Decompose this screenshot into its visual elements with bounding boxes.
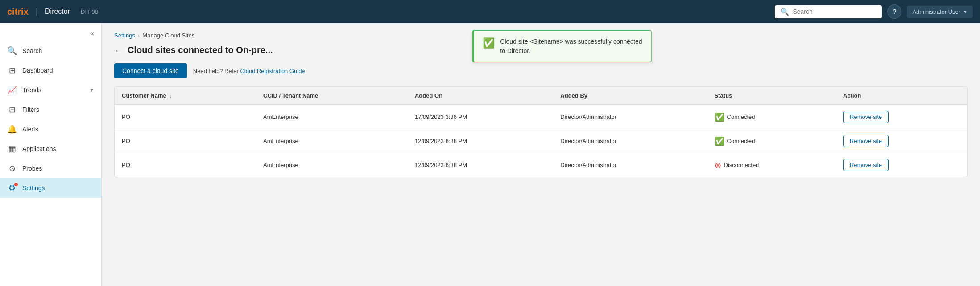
table-header-row: Customer Name ↓ CCID / Tenant Name Added…: [115, 87, 967, 105]
help-text: Need help? Refer Cloud Registration Guid…: [193, 68, 305, 74]
help-prefix: Need help? Refer: [193, 68, 239, 74]
col-added-on: Added On: [408, 87, 553, 105]
cell-customer-1: PO: [115, 129, 256, 153]
nav-subtitle: DIT-98: [81, 8, 98, 15]
col-customer-name: Customer Name ↓: [115, 87, 256, 105]
remove-site-button-0[interactable]: Remove site: [843, 111, 889, 123]
col-ccid: CCID / Tenant Name: [256, 87, 408, 105]
col-added-by: Added By: [553, 87, 707, 105]
success-toast: ✅ Cloud site <Sitename> was successfully…: [472, 30, 651, 62]
sidebar-item-alerts[interactable]: 🔔 Alerts: [0, 119, 101, 139]
cell-action-0: Remove site: [836, 105, 967, 129]
sidebar: « 🔍 Search ⊞ Dashboard 📈 Trends ▼ ⊟ Filt…: [0, 0, 102, 286]
cell-status-2: ⊗ Disconnected: [707, 153, 836, 177]
col-action: Action: [836, 87, 967, 105]
cell-added-on-0: 17/09/2023 3:36 PM: [408, 105, 553, 129]
nav-divider: |: [36, 7, 38, 17]
sidebar-label-probes: Probes: [22, 165, 94, 172]
sidebar-item-applications[interactable]: ▦ Applications: [0, 139, 101, 159]
cell-ccid-1: AmEnterprise: [256, 129, 408, 153]
cell-customer-2: PO: [115, 153, 256, 177]
cell-added-on-2: 12/09/2023 6:38 PM: [408, 153, 553, 177]
help-button[interactable]: ?: [887, 4, 901, 19]
sidebar-item-trends[interactable]: 📈 Trends ▼: [0, 80, 101, 100]
cell-action-2: Remove site: [836, 153, 967, 177]
global-search-input[interactable]: [793, 8, 877, 15]
page-title: Cloud sites connected to On-pre...: [128, 45, 273, 55]
app-title: Director: [45, 8, 70, 16]
status-label-2: Disconnected: [724, 162, 759, 168]
cell-added-by-0: Director/Administrator: [553, 105, 707, 129]
probes-icon: ⊛: [7, 163, 17, 173]
sidebar-label-filters: Filters: [22, 106, 94, 113]
cell-ccid-0: AmEnterprise: [256, 105, 408, 129]
connected-icon: ✅: [715, 136, 724, 146]
cell-added-on-1: 12/09/2023 6:38 PM: [408, 129, 553, 153]
search-nav-icon: 🔍: [7, 46, 17, 56]
back-button[interactable]: ←: [114, 46, 123, 55]
global-search-box[interactable]: 🔍: [775, 5, 882, 18]
sidebar-label-alerts: Alerts: [22, 126, 94, 133]
connected-icon: ✅: [715, 112, 724, 122]
user-dropdown[interactable]: Administrator User ▼: [907, 6, 973, 18]
table-row: PO AmEnterprise 12/09/2023 6:38 PM Direc…: [115, 129, 967, 153]
toolbar: Connect a cloud site Need help? Refer Cl…: [114, 63, 968, 78]
table-row: PO AmEnterprise 17/09/2023 3:36 PM Direc…: [115, 105, 967, 129]
applications-icon: ▦: [7, 144, 17, 154]
sidebar-label-applications: Applications: [22, 145, 94, 152]
cell-added-by-1: Director/Administrator: [553, 129, 707, 153]
settings-dot-badge: [14, 183, 18, 186]
sidebar-item-search[interactable]: 🔍 Search: [0, 41, 101, 61]
sort-icon[interactable]: ↓: [170, 93, 172, 98]
cell-customer-0: PO: [115, 105, 256, 129]
cell-added-by-2: Director/Administrator: [553, 153, 707, 177]
breadcrumb-settings-link[interactable]: Settings: [114, 32, 135, 39]
breadcrumb-separator: ›: [138, 32, 140, 39]
sidebar-label-trends: Trends: [22, 86, 84, 94]
chevron-down-icon: ▼: [89, 87, 94, 93]
status-label-0: Connected: [727, 114, 755, 120]
app-logo: citrix: [7, 7, 29, 17]
status-label-1: Connected: [727, 138, 755, 144]
filters-icon: ⊟: [7, 105, 17, 114]
connect-cloud-site-button[interactable]: Connect a cloud site: [114, 63, 187, 78]
cell-ccid-2: AmEnterprise: [256, 153, 408, 177]
remove-site-button-2[interactable]: Remove site: [843, 159, 889, 171]
table-row: PO AmEnterprise 12/09/2023 6:38 PM Direc…: [115, 153, 967, 177]
user-label: Administrator User: [912, 8, 960, 15]
cloud-sites-table: Customer Name ↓ CCID / Tenant Name Added…: [114, 86, 968, 177]
sidebar-collapse-button[interactable]: «: [88, 28, 96, 39]
cloud-registration-guide-link[interactable]: Cloud Registration Guide: [240, 68, 305, 74]
col-status: Status: [707, 87, 836, 105]
search-icon: 🔍: [780, 8, 789, 16]
sidebar-label-dashboard: Dashboard: [22, 67, 94, 74]
success-check-icon: ✅: [483, 37, 495, 49]
dashboard-icon: ⊞: [7, 65, 17, 75]
sidebar-label-settings: Settings: [22, 184, 94, 192]
dropdown-arrow-icon: ▼: [963, 9, 968, 14]
citrix-wordmark: citrix: [7, 7, 29, 17]
sidebar-item-probes[interactable]: ⊛ Probes: [0, 159, 101, 178]
sidebar-item-filters[interactable]: ⊟ Filters: [0, 100, 101, 119]
alerts-icon: 🔔: [7, 124, 17, 134]
sidebar-collapse-area: «: [0, 23, 101, 41]
sidebar-item-dashboard[interactable]: ⊞ Dashboard: [0, 61, 101, 80]
topnav: citrix | Director DIT-98 🔍 ? Administrat…: [0, 0, 980, 23]
breadcrumb-current: Manage Cloud Sites: [142, 32, 194, 39]
trends-icon: 📈: [7, 85, 17, 95]
cell-action-1: Remove site: [836, 129, 967, 153]
sidebar-label-search: Search: [22, 47, 94, 54]
remove-site-button-1[interactable]: Remove site: [843, 135, 889, 147]
cell-status-0: ✅ Connected: [707, 105, 836, 129]
cell-status-1: ✅ Connected: [707, 129, 836, 153]
disconnected-icon: ⊗: [715, 160, 721, 170]
toast-message: Cloud site <Sitename> was successfully c…: [500, 37, 642, 56]
sidebar-item-settings[interactable]: ⚙ Settings: [0, 178, 101, 198]
